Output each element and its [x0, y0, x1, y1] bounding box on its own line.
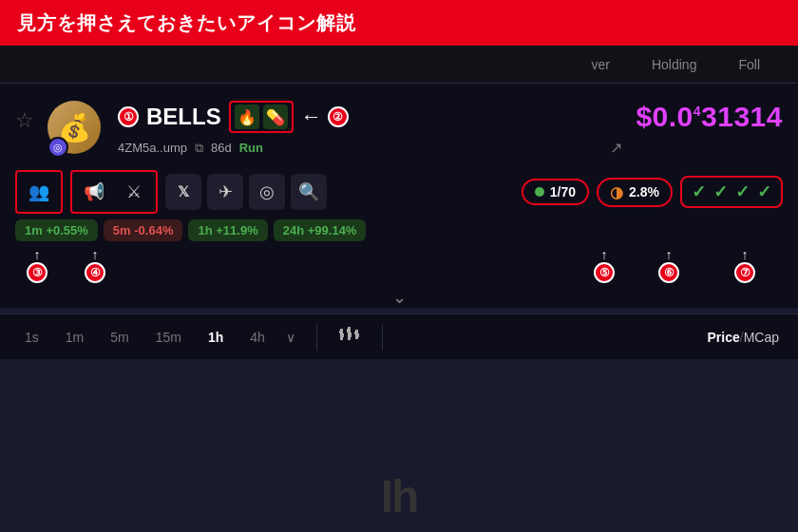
gauge-icon: ◑	[610, 183, 623, 201]
price-mcap-toggle: Price/MCap	[708, 330, 780, 345]
mcap-label[interactable]: MCap	[744, 330, 779, 345]
checks-group: ✓ ✓ ✓ ✓	[680, 176, 783, 208]
annotation-3: ③	[27, 262, 48, 283]
change-24h: 24h +99.14%	[274, 219, 367, 241]
candlestick-icon	[338, 325, 361, 344]
dropdown-arrow: ∨	[286, 330, 295, 345]
price-sub: 4	[694, 104, 701, 119]
svg-rect-7	[354, 332, 355, 334]
flame-icon: 🔥	[235, 104, 259, 129]
stat1-group: 1/70	[522, 179, 589, 205]
stat-pill-2: ◑ 2.8%	[597, 178, 673, 207]
annotation-7: ⑦	[734, 262, 755, 283]
token-name: BELLS	[146, 104, 221, 130]
stat1-value: 1/70	[550, 184, 576, 200]
nav-item-foll[interactable]: Foll	[738, 57, 760, 72]
ann-7-col: ↑ ⑦	[707, 247, 783, 283]
check-1: ✓	[692, 181, 706, 202]
people-icon-box[interactable]: 👥	[15, 170, 63, 214]
change-1m: 1m +0.55%	[15, 219, 98, 241]
token-avatar: 💰 ◎	[48, 101, 104, 158]
svg-rect-0	[340, 329, 343, 340]
nav-right: ver Holding Foll	[592, 57, 784, 72]
timeframe-15m[interactable]: 15m	[150, 326, 187, 349]
change-1h: 1h +11.9%	[188, 219, 267, 241]
icons-row: 👥 📢 ⚔ 𝕏 ✈ ◎ 🔍 1/70	[15, 170, 783, 214]
top-banner: 見方を押さえておきたいアイコン解説	[0, 0, 798, 46]
token-age: 86d	[211, 141, 232, 155]
annotation-1: ①	[118, 106, 139, 127]
star-icon[interactable]: ☆	[15, 108, 34, 133]
svg-rect-5	[351, 332, 352, 337]
checks-group-wrap: ✓ ✓ ✓ ✓	[680, 176, 783, 208]
green-dot	[535, 187, 544, 197]
token-price: $0.0431314	[636, 101, 783, 133]
main-content: ☆ 💰 ◎ ① BELLS 🔥 💊	[0, 84, 798, 308]
warrior-icon-box[interactable]: 📢 ⚔	[70, 170, 158, 214]
wallet-address: 4ZM5a..ump	[118, 141, 187, 155]
warrior-icon: ⚔	[116, 174, 152, 210]
bottom-watermark: Ih	[381, 470, 418, 522]
stat2-group: ◑ 2.8%	[597, 178, 673, 207]
timeframe-1s[interactable]: 1s	[19, 326, 45, 349]
svg-rect-6	[355, 330, 358, 339]
annotation-4-group: 📢 ⚔	[70, 170, 158, 214]
timeframe-1m[interactable]: 1m	[60, 326, 89, 349]
svg-rect-2	[343, 333, 344, 337]
annotation-labels-row: ↑ ③ ↑ ④ ↑ ⑤ ↑ ⑥ ↑ ⑦	[15, 247, 783, 283]
search-icon[interactable]: 🔍	[291, 174, 327, 210]
timeframe-1h[interactable]: 1h	[202, 326, 229, 349]
check-4: ✓	[757, 181, 771, 202]
megaphone-icon: 📢	[76, 174, 112, 210]
nav-bar: ver Holding Foll	[0, 46, 798, 84]
nav-item-holding[interactable]: Holding	[652, 57, 696, 72]
ann-5-col: ↑ ⑤	[578, 247, 631, 283]
chevron-down[interactable]: ⌄	[15, 287, 783, 308]
copy-icon[interactable]: ⧉	[195, 141, 203, 156]
ann-3-col: ↑ ③	[15, 247, 59, 283]
check-2: ✓	[713, 181, 728, 202]
divider-1	[316, 324, 317, 351]
social-icons: 𝕏 ✈ ◎ 🔍	[165, 174, 327, 210]
divider-2	[382, 324, 383, 351]
check-3: ✓	[735, 181, 750, 202]
external-link-icon[interactable]: ↗	[610, 139, 622, 157]
run-badge: Run	[239, 141, 263, 155]
nav-item-ver[interactable]: ver	[592, 57, 610, 72]
svg-rect-8	[358, 333, 359, 337]
timeframe-dropdown[interactable]: ∨	[286, 330, 295, 345]
solana-icon[interactable]: ◎	[249, 174, 285, 210]
annotation-2: ②	[328, 106, 349, 127]
annotation-5: ⑤	[594, 262, 615, 283]
annotation-3-group: 👥	[15, 170, 63, 214]
token-name-row: ① BELLS 🔥 💊 ← ②	[118, 101, 622, 133]
svg-rect-4	[347, 329, 348, 332]
changes-row: 1m +0.55% 5m -0.64% 1h +11.9% 24h +99.14…	[15, 219, 783, 241]
timeframe-4h[interactable]: 4h	[244, 326, 271, 349]
x-icon[interactable]: 𝕏	[165, 174, 201, 210]
annotation-6: ⑥	[658, 262, 679, 283]
svg-rect-1	[339, 331, 340, 333]
ann-4-col: ↑ ④	[70, 247, 120, 283]
arrow-annotation: ← ②	[301, 104, 349, 129]
arrow-icon: ←	[301, 104, 322, 129]
bottom-bar: 1s 1m 5m 15m 1h 4h ∨ Price/MCap	[0, 314, 798, 359]
timeframe-5m[interactable]: 5m	[104, 326, 134, 349]
avatar-sub: ◎	[48, 137, 68, 158]
stat2-value: 2.8%	[629, 184, 659, 200]
svg-rect-3	[348, 327, 351, 340]
price-decimal: 31314	[701, 101, 783, 132]
people-icon: 👥	[21, 174, 57, 210]
price-main: $0.0	[636, 101, 693, 132]
pill-icon: 💊	[263, 104, 288, 129]
token-icons-box: 🔥 💊	[229, 101, 294, 133]
candlestick-chart-btn[interactable]	[338, 325, 361, 349]
wallet-row: 4ZM5a..ump ⧉ 86d Run ↗	[118, 139, 622, 157]
banner-text: 見方を押さえておきたいアイコン解説	[17, 10, 356, 36]
stat-pill-1: 1/70	[522, 179, 589, 205]
token-info: ① BELLS 🔥 💊 ← ② 4ZM5a..ump ⧉ 86d	[118, 101, 622, 159]
annotation-4: ④	[85, 262, 105, 283]
chevron-icon: ⌄	[392, 287, 407, 308]
telegram-icon[interactable]: ✈	[207, 174, 243, 210]
price-label[interactable]: Price	[708, 330, 740, 345]
